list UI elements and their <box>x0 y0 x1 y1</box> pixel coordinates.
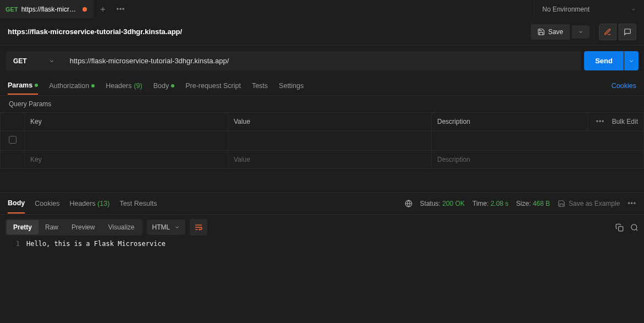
request-tab[interactable]: GET https://flask-microserv <box>0 0 93 18</box>
view-pretty[interactable]: Pretty <box>7 220 38 234</box>
save-caret-button[interactable] <box>572 25 590 39</box>
chevron-down-icon <box>578 29 584 35</box>
code-line: Hello, this is a Flask Microservice <box>26 240 166 248</box>
description-input[interactable] <box>437 156 638 163</box>
search-response-button[interactable] <box>630 223 639 232</box>
status-value: 200 OK <box>442 200 465 207</box>
checkbox-header <box>1 113 25 131</box>
method-label: GET <box>13 57 27 65</box>
save-label: Save <box>548 28 563 36</box>
view-mode-tabs: Pretty Raw Preview Visualize <box>5 219 142 236</box>
new-tab-button[interactable] <box>93 0 112 18</box>
value-header: Value <box>228 113 432 131</box>
query-params-heading: Query Params <box>0 96 644 112</box>
key-input[interactable] <box>30 156 222 163</box>
save-button[interactable]: Save <box>531 24 570 40</box>
comment-button[interactable] <box>619 24 636 40</box>
top-tab-bar: GET https://flask-microserv ••• No Envir… <box>0 0 644 18</box>
url-row: GET Send <box>0 46 644 76</box>
copy-button[interactable] <box>615 223 624 232</box>
tab-method: GET <box>5 6 18 13</box>
tab-prerequest[interactable]: Pre-request Script <box>185 78 241 94</box>
pencil-icon <box>604 28 612 36</box>
time-label: Time: <box>472 200 489 207</box>
value-input[interactable] <box>234 137 426 145</box>
url-input[interactable] <box>62 51 581 70</box>
plus-icon <box>99 6 107 13</box>
key-input[interactable] <box>30 137 222 145</box>
unsaved-dot-icon <box>82 7 87 12</box>
edit-button[interactable] <box>599 24 617 40</box>
tab-params[interactable]: Params <box>8 77 38 95</box>
active-dot-icon <box>171 84 174 87</box>
table-row <box>1 131 644 151</box>
response-tab-body[interactable]: Body <box>8 194 25 213</box>
response-tab-test-results[interactable]: Test Results <box>119 194 157 213</box>
request-title: https://flask-microservice-tutorial-3dhg… <box>8 28 531 36</box>
dots-icon: ••• <box>117 6 125 13</box>
chevron-down-icon <box>631 7 636 12</box>
bulk-edit-link[interactable]: Bulk Edit <box>612 118 638 125</box>
size-label: Size: <box>516 200 531 207</box>
view-raw[interactable]: Raw <box>38 220 65 234</box>
response-meta: Status: 200 OK Time: 2.08 s Size: 468 B … <box>405 200 636 207</box>
tab-body[interactable]: Body <box>153 78 175 94</box>
response-section: Body Cookies Headers (13) Test Results S… <box>0 192 644 248</box>
view-preview[interactable]: Preview <box>65 220 102 234</box>
view-visualize[interactable]: Visualize <box>102 220 141 234</box>
tab-tests[interactable]: Tests <box>252 78 268 94</box>
view-toolbar: Pretty Raw Preview Visualize HTML <box>0 215 644 240</box>
value-input[interactable] <box>234 156 426 163</box>
response-overflow-button[interactable]: ••• <box>628 200 636 207</box>
query-params-table: Key Value Description ••• Bulk Edit <box>0 112 644 169</box>
row-checkbox[interactable] <box>9 136 16 144</box>
chevron-down-icon <box>49 58 54 64</box>
search-icon <box>630 223 639 232</box>
time-value: 2.08 s <box>491 200 509 207</box>
cookies-link[interactable]: Cookies <box>612 82 636 90</box>
active-dot-icon <box>91 84 95 87</box>
tab-authorization[interactable]: Authorization <box>49 78 95 94</box>
send-label: Send <box>595 57 613 65</box>
description-input[interactable] <box>437 137 638 145</box>
environment-label: No Environment <box>542 6 590 13</box>
svg-point-7 <box>631 224 637 229</box>
copy-icon <box>615 223 624 232</box>
language-select[interactable]: HTML <box>147 220 186 235</box>
chevron-down-icon <box>174 225 180 230</box>
svg-line-8 <box>636 229 637 231</box>
description-header: Description <box>432 113 588 131</box>
response-tab-cookies[interactable]: Cookies <box>35 194 59 213</box>
response-tab-headers[interactable]: Headers (13) <box>69 194 109 213</box>
wrap-icon <box>194 223 203 232</box>
tab-headers[interactable]: Headers (9) <box>106 78 142 94</box>
tab-settings[interactable]: Settings <box>279 78 304 94</box>
method-select[interactable]: GET <box>5 51 62 70</box>
wrap-lines-button[interactable] <box>190 219 207 236</box>
status-label: Status: <box>420 200 441 207</box>
tab-overflow-button[interactable]: ••• <box>112 0 130 18</box>
request-config-tabs: Params Authorization Headers (9) Body Pr… <box>0 76 644 96</box>
save-icon <box>537 28 545 36</box>
key-header: Key <box>25 113 228 131</box>
separator <box>594 25 595 39</box>
active-dot-icon <box>35 84 38 87</box>
request-title-bar: https://flask-microservice-tutorial-3dhg… <box>0 18 644 46</box>
size-value: 468 B <box>533 200 550 207</box>
svg-rect-6 <box>619 226 623 231</box>
environment-selector[interactable]: No Environment <box>534 0 644 18</box>
save-as-example-button[interactable]: Save as Example <box>558 200 620 207</box>
dots-icon[interactable]: ••• <box>596 118 605 125</box>
comment-icon <box>624 28 631 36</box>
chevron-down-icon <box>629 58 634 64</box>
send-caret-button[interactable] <box>624 51 639 70</box>
save-icon <box>558 200 565 207</box>
response-body[interactable]: 1 Hello, this is a Flask Microservice <box>0 240 644 248</box>
tab-label: https://flask-microserv <box>21 6 79 13</box>
globe-icon[interactable] <box>405 200 412 207</box>
line-number: 1 <box>0 240 26 248</box>
send-button[interactable]: Send <box>584 51 624 70</box>
response-tabs: Body Cookies Headers (13) Test Results S… <box>0 193 644 215</box>
table-row <box>1 151 644 169</box>
